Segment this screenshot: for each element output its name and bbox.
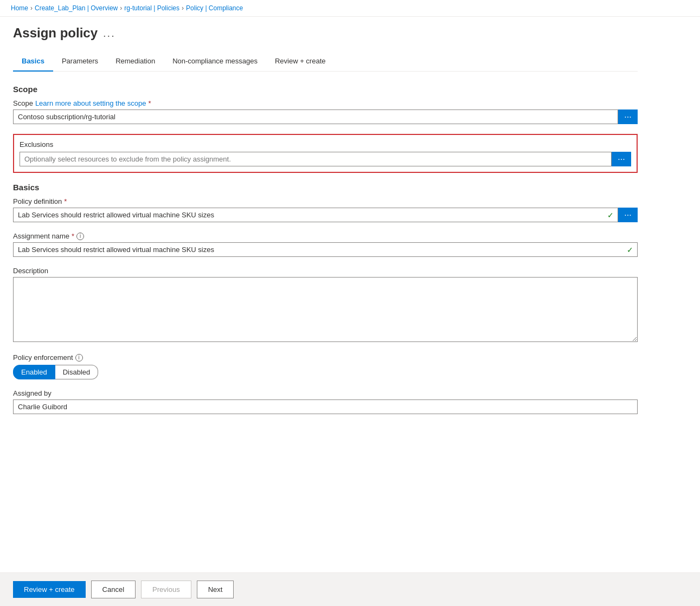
assignment-name-info-icon[interactable]: i [76,233,84,240]
assignment-name-label: Assignment name * i [13,232,638,240]
description-textarea[interactable] [13,277,638,342]
assigned-by-input[interactable] [13,399,638,414]
basics-section-title: Basics [13,183,638,192]
exclusions-input-row: ··· [20,152,631,166]
page-content: Assign policy ... Basics Parameters Reme… [0,17,651,478]
breadcrumb: Home › Create_Lab_Plan | Overview › rg-t… [11,4,243,12]
breadcrumb-policy-compliance[interactable]: Policy | Compliance [186,4,243,12]
policy-enforcement-info-icon[interactable]: i [75,354,83,362]
tab-parameters[interactable]: Parameters [53,51,107,72]
breadcrumb-sep-1: › [30,4,33,12]
breadcrumb-home[interactable]: Home [11,4,28,12]
page-title: Assign policy [13,25,98,41]
policy-enforcement-label: Policy enforcement i [13,353,638,362]
scope-section-title: Scope [13,85,638,94]
assignment-name-input[interactable] [13,242,638,257]
description-group: Description [13,267,638,344]
breadcrumb-sep-2: › [120,4,122,12]
assigned-by-group: Assigned by [13,389,638,414]
policy-def-required: * [64,197,67,205]
scope-required: * [148,99,151,107]
policy-definition-label: Policy definition * [13,197,638,205]
policy-definition-input[interactable] [13,208,618,222]
disabled-button[interactable]: Disabled [55,365,99,379]
breadcrumb-sep-3: › [182,4,184,12]
policy-definition-input-row: ✓ ··· [13,208,638,222]
assignment-name-group: Assignment name * i ✓ [13,232,638,257]
policy-definition-check-icon: ✓ [607,211,614,220]
policy-definition-group: Policy definition * ✓ ··· [13,197,638,222]
tab-remediation[interactable]: Remediation [107,51,164,72]
tab-review-create[interactable]: Review + create [266,51,335,72]
page-header: Assign policy ... [13,25,638,41]
scope-section: Scope Scope Learn more about setting the… [13,85,638,124]
exclusions-label: Exclusions [20,140,631,149]
exclusions-section: Exclusions ··· [13,134,638,173]
page-title-ellipsis[interactable]: ... [103,27,115,40]
enforcement-toggle: Enabled Disabled [13,365,638,379]
tab-non-compliance-messages[interactable]: Non-compliance messages [164,51,266,72]
learn-more-link[interactable]: Learn more about setting the scope [35,99,146,107]
assignment-name-check-icon: ✓ [627,246,633,254]
assigned-by-label: Assigned by [13,389,638,397]
assignment-name-required: * [72,232,74,240]
scope-input[interactable] [13,109,618,124]
policy-definition-ellipsis-button[interactable]: ··· [618,208,638,222]
exclusions-ellipsis-button[interactable]: ··· [612,152,631,166]
scope-ellipsis-button[interactable]: ··· [618,109,638,124]
policy-enforcement-section: Policy enforcement i Enabled Disabled [13,353,638,379]
tabs-bar: Basics Parameters Remediation Non-compli… [13,51,638,72]
breadcrumb-bar: Home › Create_Lab_Plan | Overview › rg-t… [0,0,700,17]
description-label: Description [13,267,638,275]
tab-basics[interactable]: Basics [13,51,53,72]
breadcrumb-rg-tutorial[interactable]: rg-tutorial | Policies [124,4,179,12]
scope-label: Scope Learn more about setting the scope… [13,99,638,107]
breadcrumb-lab-plan[interactable]: Create_Lab_Plan | Overview [35,4,118,12]
scope-input-row: ··· [13,109,638,124]
basics-section: Basics Policy definition * ✓ ··· Assignm… [13,183,638,414]
enabled-button[interactable]: Enabled [13,365,55,379]
exclusions-input[interactable] [20,152,612,166]
